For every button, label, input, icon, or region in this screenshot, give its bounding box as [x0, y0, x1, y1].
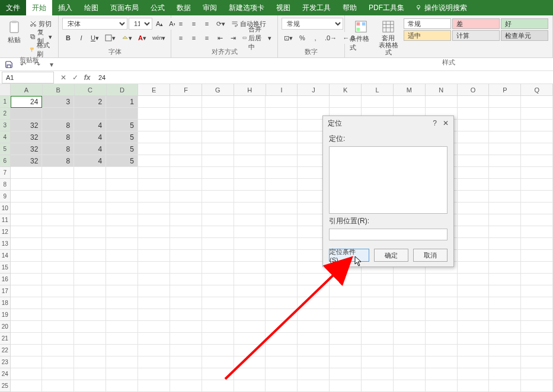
- cell[interactable]: [266, 108, 298, 120]
- cell[interactable]: [202, 108, 234, 120]
- cell[interactable]: [202, 309, 234, 321]
- cell[interactable]: [489, 179, 521, 191]
- cell[interactable]: [11, 309, 43, 321]
- cell[interactable]: [521, 143, 553, 155]
- cell[interactable]: [138, 345, 170, 356]
- row-header[interactable]: 3: [0, 120, 11, 131]
- cell[interactable]: 32: [11, 131, 43, 143]
- cell[interactable]: [266, 120, 298, 131]
- cell[interactable]: [489, 274, 521, 285]
- cell[interactable]: [298, 345, 330, 356]
- cell[interactable]: [362, 96, 394, 108]
- column-header[interactable]: O: [458, 84, 490, 95]
- cell[interactable]: [42, 309, 74, 321]
- cell[interactable]: [11, 368, 43, 380]
- cell[interactable]: [11, 203, 43, 214]
- cell[interactable]: [106, 285, 138, 297]
- cell[interactable]: [11, 179, 43, 191]
- cell[interactable]: 8: [42, 143, 74, 155]
- cell[interactable]: [234, 108, 266, 120]
- font-color-button[interactable]: A▾: [136, 32, 149, 44]
- cell[interactable]: [330, 321, 362, 333]
- cell[interactable]: 4: [74, 131, 106, 143]
- cell[interactable]: [42, 333, 74, 345]
- cell[interactable]: [426, 321, 458, 333]
- cell[interactable]: [74, 179, 106, 191]
- row-header[interactable]: 2: [0, 108, 11, 120]
- cell[interactable]: [266, 167, 298, 179]
- cell[interactable]: [202, 333, 234, 345]
- row-header[interactable]: 12: [0, 226, 11, 238]
- cell[interactable]: [234, 203, 266, 214]
- cell[interactable]: [202, 167, 234, 179]
- cell[interactable]: [138, 238, 170, 250]
- cell[interactable]: [394, 380, 426, 392]
- style-neutral[interactable]: 适中: [404, 30, 451, 41]
- row-header[interactable]: 23: [0, 356, 11, 368]
- cell[interactable]: [170, 226, 202, 238]
- merge-center-button[interactable]: 合并后居中▾: [240, 32, 274, 44]
- cell[interactable]: [234, 96, 266, 108]
- cell[interactable]: [362, 285, 394, 297]
- cell[interactable]: [489, 309, 521, 321]
- formula-input[interactable]: 24: [95, 74, 553, 81]
- cell[interactable]: [426, 345, 458, 356]
- cell[interactable]: [234, 368, 266, 380]
- cell[interactable]: [330, 297, 362, 309]
- align-middle-button[interactable]: ≡: [188, 18, 200, 30]
- style-check[interactable]: 检查单元: [501, 30, 548, 41]
- row-header[interactable]: 19: [0, 309, 11, 321]
- increase-font-button[interactable]: A▴: [154, 18, 165, 30]
- cell[interactable]: [234, 345, 266, 356]
- cell[interactable]: [11, 285, 43, 297]
- cell[interactable]: [266, 155, 298, 167]
- cell[interactable]: [394, 309, 426, 321]
- cell[interactable]: [266, 96, 298, 108]
- cell[interactable]: [202, 179, 234, 191]
- format-painter-button[interactable]: 格式刷: [27, 44, 55, 56]
- cell[interactable]: [106, 226, 138, 238]
- cell[interactable]: 8: [42, 120, 74, 131]
- cell[interactable]: [458, 238, 490, 250]
- goto-listbox[interactable]: [329, 146, 447, 214]
- cell[interactable]: [170, 321, 202, 333]
- cell[interactable]: [202, 274, 234, 285]
- cell[interactable]: [170, 155, 202, 167]
- cell[interactable]: [138, 214, 170, 226]
- cell[interactable]: [489, 262, 521, 274]
- menu-review[interactable]: 审阅: [197, 0, 223, 15]
- align-right-button[interactable]: ≡: [201, 32, 213, 44]
- style-normal[interactable]: 常规: [404, 18, 451, 29]
- cell[interactable]: [11, 238, 43, 250]
- undo-button[interactable]: ↶: [18, 59, 28, 70]
- cell[interactable]: [234, 250, 266, 262]
- save-button[interactable]: [4, 59, 14, 70]
- cell[interactable]: [234, 321, 266, 333]
- cell[interactable]: [138, 368, 170, 380]
- cell[interactable]: [11, 226, 43, 238]
- cell[interactable]: [521, 96, 553, 108]
- cell[interactable]: [74, 297, 106, 309]
- font-size-select[interactable]: 11: [129, 18, 152, 30]
- cell[interactable]: [521, 321, 553, 333]
- cell[interactable]: [394, 297, 426, 309]
- cell[interactable]: 32: [11, 143, 43, 155]
- cell[interactable]: [521, 309, 553, 321]
- enter-formula-button[interactable]: ✓: [70, 72, 81, 83]
- cell[interactable]: [489, 214, 521, 226]
- cell[interactable]: [458, 356, 490, 368]
- menu-pdf[interactable]: PDF工具集: [363, 0, 410, 15]
- row-header[interactable]: 14: [0, 250, 11, 262]
- increase-decimal-button[interactable]: .0→: [322, 32, 339, 44]
- cell[interactable]: [170, 345, 202, 356]
- style-good[interactable]: 好: [501, 18, 548, 29]
- italic-button[interactable]: I: [75, 32, 87, 44]
- row-header[interactable]: 15: [0, 262, 11, 274]
- cell[interactable]: [106, 309, 138, 321]
- cell[interactable]: [234, 285, 266, 297]
- cell[interactable]: [521, 333, 553, 345]
- cell[interactable]: [170, 143, 202, 155]
- cell[interactable]: [202, 356, 234, 368]
- cell[interactable]: [521, 167, 553, 179]
- cell[interactable]: [458, 274, 490, 285]
